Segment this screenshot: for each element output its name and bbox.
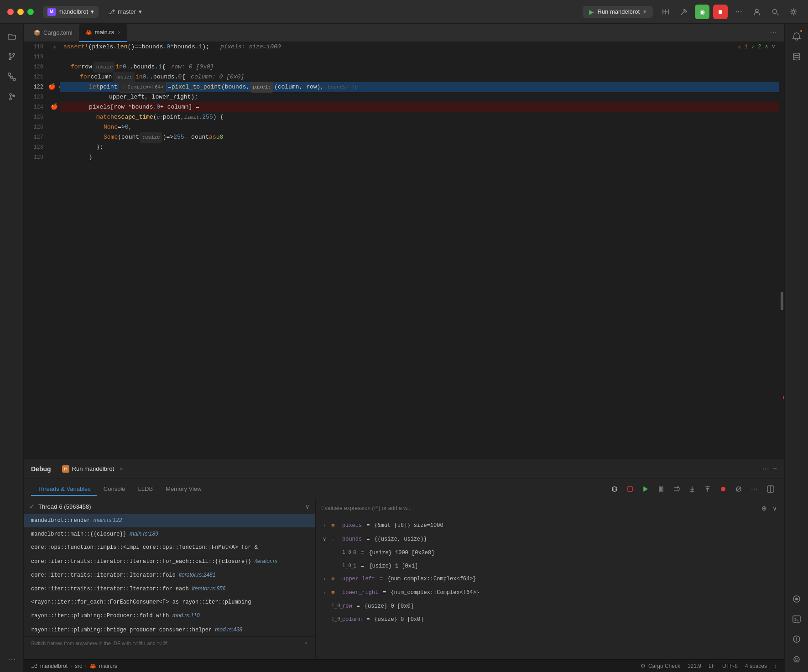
gutter-118[interactable]: ⚠: [49, 42, 60, 52]
stack-frame-7[interactable]: rayon::iter::plumbing::Producer::fold_wi…: [24, 609, 315, 623]
debug-breakpoint-btn[interactable]: [717, 483, 730, 495]
debug-step-into-btn[interactable]: [686, 483, 699, 495]
maximize-button[interactable]: [27, 9, 34, 15]
branch-name-label: master: [118, 8, 136, 15]
var-row-lower-right[interactable]: › ≡ lower_right = {num_complex::Complex<…: [316, 586, 784, 600]
branch-selector[interactable]: ⎇ master ▾: [104, 6, 146, 17]
debug-icon: [792, 594, 801, 604]
debug-resume-btn[interactable]: [639, 483, 652, 495]
status-project-label: mandelbrot: [40, 663, 68, 669]
scrollbar-thumb[interactable]: [781, 292, 783, 310]
sidebar-icon-database[interactable]: [787, 47, 806, 66]
more-actions-button[interactable]: ⋯: [731, 5, 746, 19]
debug-refresh-btn[interactable]: [608, 483, 621, 495]
var-row-bounds-0[interactable]: 1̲0̲ 0 = {usize} 1000 [0x3e8]: [316, 547, 784, 559]
stack-frame-3[interactable]: core::iter::traits::iterator::Iterator::…: [24, 555, 315, 568]
stack-frame-2[interactable]: core::ops::function::impls::<impl core::…: [24, 541, 315, 554]
tab-threads-variables[interactable]: Threads & Variables: [31, 483, 97, 496]
sidebar-icon-terminal[interactable]: [787, 610, 806, 628]
hammer-button[interactable]: [677, 5, 691, 19]
parallel-run-button[interactable]: [658, 5, 673, 19]
sidebar-icon-folder[interactable]: [3, 27, 21, 46]
eval-add-watch-btn[interactable]: ⊕: [760, 504, 769, 513]
tab-cargo-toml[interactable]: 📦 Cargo.toml: [27, 24, 79, 42]
var-expand-upper-left[interactable]: ›: [323, 575, 328, 583]
stack-frame-8[interactable]: rayon::iter::plumbing::bridge_producer_c…: [24, 623, 315, 635]
scrollbar[interactable]: [779, 42, 784, 458]
debug-pause-btn[interactable]: [655, 483, 667, 495]
tab-console[interactable]: Console: [97, 483, 132, 496]
caret-down-icon[interactable]: ∨: [772, 42, 775, 52]
sidebar-icon-copilot-right[interactable]: [787, 650, 806, 668]
tab-main-rs[interactable]: 🦀 main.rs ×: [79, 24, 127, 42]
var-row-upper-left[interactable]: › ≡ upper_left = {num_complex::Complex<f…: [316, 573, 784, 586]
tab-bar-menu-button[interactable]: ⋯: [766, 26, 781, 39]
tab-main-rs-label: main.rs: [95, 29, 115, 36]
problems-icon: [792, 635, 801, 644]
debug-more-btn[interactable]: ⋯: [748, 483, 761, 495]
settings-button[interactable]: [786, 5, 801, 19]
svg-rect-12: [628, 487, 632, 491]
debug-stop-btn[interactable]: [624, 483, 636, 495]
sidebar-icon-debug-right[interactable]: [787, 590, 806, 608]
project-selector[interactable]: M mandelbrot ▾: [43, 6, 99, 18]
status-position[interactable]: 121:9: [688, 663, 701, 669]
status-indent[interactable]: 4 spaces: [745, 663, 767, 669]
var-row-pixels[interactable]: › ≡ pixels = {&mut [u8]} size=1000: [316, 519, 784, 533]
gutter-122[interactable]: 🍎 →: [49, 82, 60, 92]
sidebar-icon-problems[interactable]: [787, 630, 806, 648]
thread-expand-icon[interactable]: ∨: [305, 503, 310, 510]
cargo-check-label[interactable]: ⚙ Cargo Check: [641, 663, 680, 669]
run-button[interactable]: ▶ Run mandelbrot ▾: [583, 6, 653, 18]
debug-header-minimize-icon[interactable]: −: [773, 465, 777, 473]
debug-session-tab[interactable]: R Run mandelbrot ×: [58, 464, 127, 474]
stack-frame-0[interactable]: mandelbrot::render main.rs:122: [24, 514, 315, 527]
sidebar-icon-vcs[interactable]: [3, 47, 21, 66]
close-button[interactable]: [7, 9, 14, 15]
eval-input[interactable]: [321, 505, 756, 511]
sidebar-icon-structure[interactable]: [3, 68, 21, 86]
var-expand-pixels[interactable]: ›: [323, 521, 328, 530]
account-button[interactable]: [750, 5, 764, 19]
var-row-bounds-1[interactable]: 1̲0̲ 1 = {usize} 1 [0x1]: [316, 560, 784, 573]
status-line-ending[interactable]: LF: [709, 663, 715, 669]
var-expand-bounds[interactable]: ∨: [323, 535, 328, 544]
var-expand-lower-right[interactable]: ›: [323, 589, 328, 597]
gutter-124[interactable]: 🍎: [49, 102, 60, 112]
search-button[interactable]: [768, 5, 782, 19]
var-row-bounds[interactable]: ∨ ≡ bounds = {(usize, usize)}: [316, 533, 784, 547]
tab-close-button[interactable]: ×: [118, 30, 120, 35]
eval-expand-btn[interactable]: ∨: [771, 504, 779, 513]
status-git-sync-icon[interactable]: ↕: [774, 663, 777, 669]
var-row-column[interactable]: 1̲0̲ column = {usize} 0 [0x0]: [316, 613, 784, 626]
status-encoding[interactable]: UTF-8: [722, 663, 738, 669]
gutter-123: [49, 92, 60, 102]
debug-session-close[interactable]: ×: [120, 465, 123, 472]
panel-layout-button[interactable]: [764, 483, 777, 495]
line-num-120: 120: [27, 62, 43, 72]
tab-lldb[interactable]: LLDB: [132, 483, 160, 496]
stack-frame-1[interactable]: mandelbrot::main::{{closure}} main.rs:18…: [24, 527, 315, 541]
stack-frame-4[interactable]: core::iter::traits::iterator::Iterator::…: [24, 568, 315, 582]
stack-frame-5[interactable]: core::iter::traits::iterator::Iterator::…: [24, 582, 315, 596]
debug-step-out-btn[interactable]: [701, 483, 714, 495]
gutter-128: [49, 142, 60, 152]
sidebar-icon-notifications[interactable]: [787, 27, 806, 46]
step-into-icon: [688, 485, 696, 493]
code-lines[interactable]: assert!(pixels.len() == bounds.0 * bound…: [60, 42, 779, 458]
debug-mute-btn[interactable]: [732, 483, 745, 495]
stop-button[interactable]: ■: [713, 5, 728, 19]
tab-memory-view[interactable]: Memory View: [159, 483, 208, 496]
caret-up-icon[interactable]: ∧: [765, 42, 768, 52]
var-row-row[interactable]: 1̲0̲ row = {usize} 0 [0x0]: [316, 600, 784, 613]
hint-close-icon[interactable]: ×: [304, 640, 308, 646]
debug-step-over-btn[interactable]: [670, 483, 683, 495]
stack-frame-6[interactable]: <rayon::iter::for_each::ForEachConsumer<…: [24, 596, 315, 609]
sidebar-icon-more[interactable]: ⋯: [3, 650, 21, 668]
minimize-button[interactable]: [17, 9, 24, 15]
svg-point-22: [795, 598, 798, 600]
debug-header-menu-icon[interactable]: ⋯: [762, 464, 769, 473]
copilot-button[interactable]: ◉: [695, 5, 709, 19]
sidebar-icon-git[interactable]: [3, 88, 21, 106]
status-project[interactable]: ⎇ mandelbrot › src › 🦀 main.rs: [31, 663, 117, 669]
